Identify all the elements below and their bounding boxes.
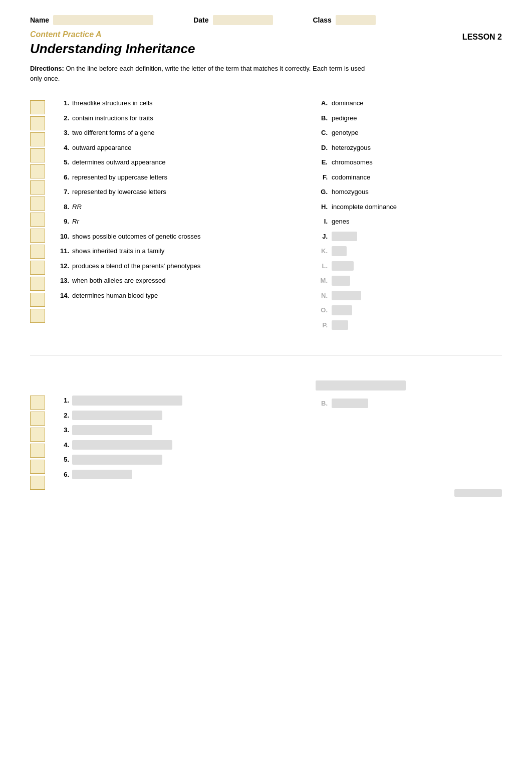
main-content: 1. threadlike structures in cells 2. con… (30, 98, 502, 335)
question-14: 14. determines human blood type (55, 291, 296, 301)
answer-I: I. genes (316, 217, 436, 227)
answer-box-7[interactable] (30, 197, 45, 211)
answer-E: E. chromosomes (316, 157, 436, 167)
q2-text: contain instructions for traits (72, 113, 153, 123)
answer-H: H. incomplete dominance (316, 202, 436, 212)
answer-N-letter: N. (316, 291, 328, 301)
class-label: Class (313, 16, 332, 24)
answer-box-2[interactable] (30, 116, 45, 130)
question-6: 6. represented by uppercase letters (55, 172, 296, 182)
s2-q5-number: 5. (55, 455, 69, 465)
answer-box-5[interactable] (30, 164, 45, 178)
q7-number: 7. (55, 187, 69, 197)
s2-q2-number: 2. (55, 411, 69, 421)
q10-number: 10. (55, 232, 69, 242)
answer-M-letter: M. (316, 276, 328, 286)
answer-A-letter: A. (316, 98, 328, 108)
q3-number: 3. (55, 128, 69, 138)
answer-B: B. pedigree (316, 113, 436, 123)
answer-M: M. (316, 276, 436, 286)
s2-q1-text (72, 396, 182, 406)
answer-box-8[interactable] (30, 213, 45, 227)
answer-H-text: incomplete dominance (332, 202, 397, 212)
name-field: Name (30, 15, 153, 25)
answer-K: K. (316, 246, 436, 256)
questions-col: 1. threadlike structures in cells 2. con… (55, 98, 296, 335)
s2-answer-box-6[interactable] (30, 476, 45, 490)
question-7: 7. represented by lowercase letters (55, 187, 296, 197)
date-value (213, 15, 273, 25)
question-12: 12. produces a blend of the parents' phe… (55, 261, 296, 271)
answer-A-text: dominance (332, 98, 364, 108)
answer-C-text: genotype (332, 128, 359, 138)
answer-boxes-col (30, 98, 50, 335)
s2-answer-box-3[interactable] (30, 428, 45, 442)
q5-number: 5. (55, 157, 69, 167)
q7-text: represented by lowercase letters (72, 187, 166, 197)
date-field: Date (193, 15, 273, 25)
answer-box-4[interactable] (30, 148, 45, 162)
answer-K-text (332, 246, 347, 256)
answer-O: O. (316, 305, 436, 315)
s2-answer-box-2[interactable] (30, 412, 45, 426)
name-value (53, 15, 153, 25)
s2-answer-2-letter: B. (316, 399, 328, 409)
s2-answer-1 (316, 380, 436, 391)
answer-box-3[interactable] (30, 132, 45, 146)
answer-I-text: genes (332, 217, 349, 227)
answer-O-letter: O. (316, 305, 328, 315)
date-label: Date (193, 16, 208, 24)
s2-question-5: 5. (55, 455, 296, 465)
answer-box-11[interactable] (30, 261, 45, 275)
answer-H-letter: H. (316, 202, 328, 212)
s2-answer-box-1[interactable] (30, 396, 45, 410)
section2-questions: 1. 2. 3. 4. (55, 365, 296, 492)
s2-q5-text (72, 455, 162, 465)
section2: 1. 2. 3. 4. (30, 365, 502, 492)
answer-O-text (332, 305, 352, 315)
question-2: 2. contain instructions for traits (55, 113, 296, 123)
question-3: 3. two different forms of a gene (55, 128, 296, 138)
page-title: Understanding Inheritance (30, 41, 502, 57)
answer-box-1[interactable] (30, 100, 45, 114)
answer-J: J. (316, 232, 436, 242)
name-label: Name (30, 16, 49, 24)
answer-A: A. dominance (316, 98, 436, 108)
question-8: 8. RR (55, 202, 296, 212)
answer-G-text: homozygous (332, 187, 369, 197)
q5-text: determines outward appearance (72, 157, 165, 167)
answer-B-text: pedigree (332, 113, 357, 123)
s2-question-1: 1. (55, 396, 296, 406)
answer-P: P. (316, 320, 436, 330)
answer-box-6[interactable] (30, 180, 45, 194)
q9-number: 9. (55, 217, 69, 227)
answer-C-letter: C. (316, 128, 328, 138)
s2-answer-2-text (332, 399, 368, 409)
s2-q3-number: 3. (55, 425, 69, 435)
content-practice-label: Content Practice A (30, 30, 502, 39)
answer-I-letter: I. (316, 217, 328, 227)
s2-answer-box-5[interactable] (30, 460, 45, 474)
answer-P-letter: P. (316, 320, 328, 330)
s2-answer-1-text (316, 380, 406, 391)
answer-box-10[interactable] (30, 245, 45, 259)
answer-P-text (332, 320, 348, 330)
answer-E-text: chromosomes (332, 157, 373, 167)
answer-J-text (332, 232, 357, 242)
q13-text: when both alleles are expressed (72, 276, 165, 286)
q8-text: RR (72, 202, 82, 212)
question-4: 4. outward appearance (55, 143, 296, 153)
class-value (336, 15, 376, 25)
answer-box-13[interactable] (30, 293, 45, 307)
q10-text: shows possible outcomes of genetic cross… (72, 232, 201, 242)
answer-box-14[interactable] (30, 309, 45, 323)
answer-F: F. codominance (316, 172, 436, 182)
copyright-text (454, 489, 502, 497)
answer-box-9[interactable] (30, 229, 45, 243)
q6-number: 6. (55, 172, 69, 182)
directions-text: On the line before each definition, writ… (30, 65, 365, 82)
s2-question-4: 4. (55, 440, 296, 450)
answer-box-12[interactable] (30, 277, 45, 291)
s2-answer-box-4[interactable] (30, 444, 45, 458)
q3-text: two different forms of a gene (72, 128, 155, 138)
